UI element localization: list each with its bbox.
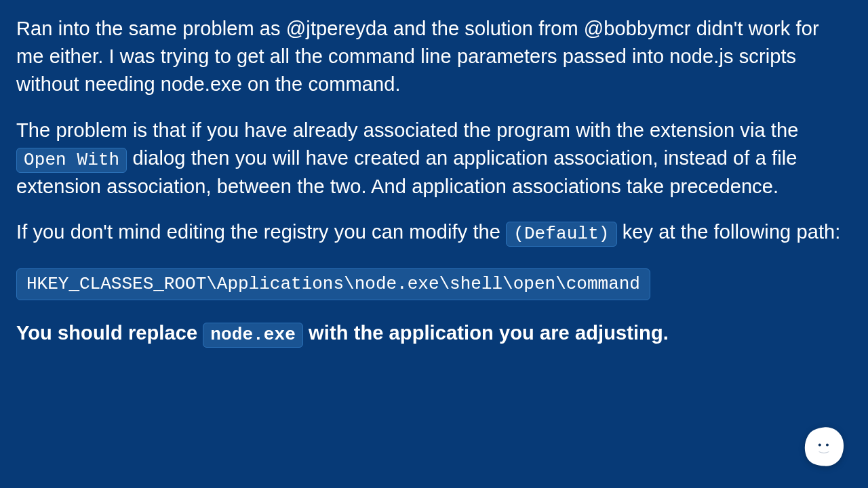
inline-code-open-with: Open With (16, 148, 127, 173)
paragraph-problem: The problem is that if you have already … (16, 117, 852, 201)
inline-code-default-key: (Default) (506, 222, 616, 247)
text-fragment: The problem is that if you have already … (16, 119, 798, 141)
paragraph-replace-note: You should replace node.exe with the app… (16, 319, 852, 348)
cartoon-face-icon (803, 426, 845, 468)
text-fragment: with the application you are adjusting. (303, 322, 669, 344)
paragraph-intro: Ran into the same problem as @jtpereyda … (16, 15, 852, 99)
code-block-registry-path: HKEY_CLASSES_ROOT\Applications\node.exe\… (16, 268, 650, 301)
document-body: Ran into the same problem as @jtpereyda … (0, 0, 868, 488)
svg-point-0 (818, 444, 821, 447)
text-fragment: If you don't mind editing the registry y… (16, 221, 506, 243)
text-fragment: dialog then you will have created an app… (16, 147, 797, 197)
svg-point-1 (826, 444, 829, 447)
text-fragment: You should replace (16, 322, 203, 344)
paragraph-registry: If you don't mind editing the registry y… (16, 218, 852, 247)
text-fragment: key at the following path: (617, 221, 841, 243)
inline-code-node-exe: node.exe (203, 323, 303, 348)
avatar[interactable] (803, 426, 845, 468)
